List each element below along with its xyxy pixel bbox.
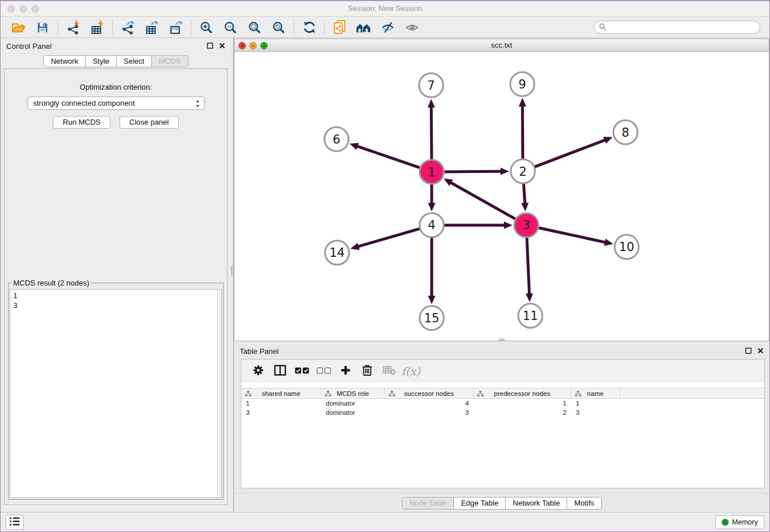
edge-2-8[interactable] bbox=[534, 140, 606, 167]
node-label: 6 bbox=[333, 133, 340, 147]
column-header-1[interactable]: MCDS role bbox=[321, 388, 385, 398]
zoom-out-button[interactable] bbox=[218, 18, 242, 37]
table-body: 1dominator4113dominator323 bbox=[241, 399, 764, 417]
table-panel: Table Panel f(x) share bbox=[234, 343, 769, 512]
float-panel-icon[interactable] bbox=[207, 41, 213, 51]
window-resize-grip[interactable] bbox=[499, 338, 505, 341]
network-maximize-button[interactable]: + bbox=[260, 42, 268, 49]
show-display-button[interactable] bbox=[400, 18, 424, 37]
zoom-in-button[interactable] bbox=[194, 18, 218, 37]
edge-1-6[interactable] bbox=[357, 146, 420, 168]
run-mcds-button[interactable]: Run MCDS bbox=[53, 116, 110, 129]
network-minimize-button[interactable]: − bbox=[249, 42, 257, 49]
control-panel-tabs: Network Style Select MCDS bbox=[1, 55, 231, 67]
optimization-criterion-label: Optimization criterion: bbox=[5, 83, 227, 91]
column-header-3[interactable]: predecessor nodes bbox=[473, 388, 571, 398]
tab-network-table[interactable]: Network Table bbox=[505, 497, 567, 510]
edge-2-3[interactable] bbox=[523, 184, 525, 204]
delete-table-button[interactable] bbox=[378, 361, 400, 381]
list-icon bbox=[9, 516, 21, 529]
main-toolbar bbox=[1, 17, 769, 38]
zoom-selected-button[interactable] bbox=[267, 18, 291, 37]
search-field[interactable] bbox=[594, 21, 760, 34]
edge-4-14[interactable] bbox=[357, 229, 419, 246]
search-input[interactable] bbox=[609, 24, 755, 32]
edge-2-9[interactable] bbox=[522, 105, 523, 159]
refresh-button[interactable] bbox=[297, 18, 321, 37]
edge-arrowhead-icon bbox=[428, 99, 435, 107]
column-header-0[interactable]: shared name bbox=[241, 388, 321, 398]
result-scrollbar[interactable] bbox=[217, 290, 221, 498]
column-header-2[interactable]: successor nodes bbox=[385, 388, 473, 398]
control-panel-title: Control Panel bbox=[6, 42, 52, 51]
import-table-icon bbox=[90, 20, 105, 35]
table-row[interactable]: 3dominator323 bbox=[241, 408, 764, 417]
table-header-row: shared nameMCDS rolesuccessor nodesprede… bbox=[241, 388, 764, 399]
float-panel-icon[interactable] bbox=[745, 346, 752, 356]
node-label: 15 bbox=[424, 311, 440, 325]
export-table-button[interactable] bbox=[140, 18, 164, 37]
edge-1-7[interactable] bbox=[432, 106, 432, 159]
network-window-titlebar[interactable]: × − + scc.txt bbox=[234, 38, 769, 52]
table-settings-button[interactable] bbox=[247, 361, 269, 381]
tab-select[interactable]: Select bbox=[116, 55, 152, 67]
close-panel-icon[interactable] bbox=[757, 346, 764, 356]
result-line: 1 bbox=[13, 291, 218, 300]
trash-icon bbox=[362, 364, 372, 379]
tab-node-table[interactable]: Node Table bbox=[402, 497, 455, 510]
tab-edge-table[interactable]: Edge Table bbox=[453, 497, 506, 510]
node-label: 11 bbox=[523, 309, 538, 323]
edge-3-10[interactable] bbox=[538, 228, 606, 242]
export-image-button[interactable] bbox=[164, 18, 188, 37]
zoom-in-icon bbox=[199, 21, 213, 34]
edge-3-1[interactable] bbox=[450, 182, 515, 219]
table-row[interactable]: 1dominator411 bbox=[241, 399, 764, 408]
minimize-window-button[interactable] bbox=[20, 5, 27, 13]
close-panel-icon[interactable] bbox=[219, 41, 225, 51]
save-icon bbox=[36, 21, 49, 34]
edge-arrowhead-icon bbox=[603, 137, 613, 144]
workspace: × − + scc.txt 7968124314101511 Table Pan… bbox=[234, 38, 769, 512]
import-network-icon bbox=[66, 20, 80, 35]
show-columns-button[interactable] bbox=[269, 361, 291, 381]
function-builder-button[interactable]: f(x) bbox=[400, 361, 422, 381]
refresh-icon bbox=[303, 21, 316, 34]
export-network-icon bbox=[121, 20, 135, 35]
edge-1-2[interactable] bbox=[444, 171, 502, 172]
save-session-button[interactable] bbox=[30, 18, 55, 37]
hide-display-button[interactable] bbox=[376, 18, 400, 37]
column-header-4[interactable]: name bbox=[571, 388, 620, 398]
network-canvas[interactable]: 7968124314101511 bbox=[234, 52, 769, 341]
network-close-button[interactable]: × bbox=[238, 42, 246, 49]
new-network-from-selection-button[interactable] bbox=[328, 18, 352, 37]
import-network-button[interactable] bbox=[61, 18, 85, 37]
zoom-fit-button[interactable] bbox=[242, 18, 267, 37]
export-network-button[interactable] bbox=[116, 18, 140, 37]
mcds-result-text[interactable]: 13 bbox=[10, 289, 222, 498]
hierarchy-icon bbox=[245, 390, 252, 397]
import-table-button[interactable] bbox=[85, 18, 109, 37]
criterion-dropdown[interactable]: strongly connected component bbox=[28, 97, 205, 110]
tab-network[interactable]: Network bbox=[43, 55, 86, 67]
home-button[interactable] bbox=[352, 18, 376, 37]
select-all-button[interactable] bbox=[291, 361, 313, 381]
task-history-button[interactable] bbox=[6, 515, 24, 530]
deselect-all-button[interactable] bbox=[313, 361, 334, 381]
delete-row-button[interactable] bbox=[356, 361, 378, 381]
tab-style[interactable]: Style bbox=[85, 55, 117, 67]
tab-mcds[interactable]: MCDS bbox=[151, 55, 188, 67]
close-panel-button[interactable]: Close panel bbox=[120, 116, 179, 129]
tab-motifs[interactable]: Motifs bbox=[567, 497, 602, 510]
open-folder-button[interactable] bbox=[6, 18, 30, 37]
toolbar-separator bbox=[57, 20, 58, 36]
maximize-window-button[interactable] bbox=[32, 5, 39, 13]
memory-button[interactable]: Memory bbox=[715, 515, 764, 529]
network-view-window: × − + scc.txt 7968124314101511 bbox=[234, 38, 769, 341]
add-row-button[interactable] bbox=[334, 361, 356, 381]
table-cell: 3 bbox=[385, 408, 473, 417]
close-window-button[interactable] bbox=[7, 5, 15, 13]
hierarchy-icon bbox=[325, 390, 332, 397]
table-toolbar: f(x) bbox=[241, 360, 764, 383]
edge-3-11[interactable] bbox=[527, 238, 529, 295]
criterion-value: strongly connected component bbox=[33, 99, 135, 107]
